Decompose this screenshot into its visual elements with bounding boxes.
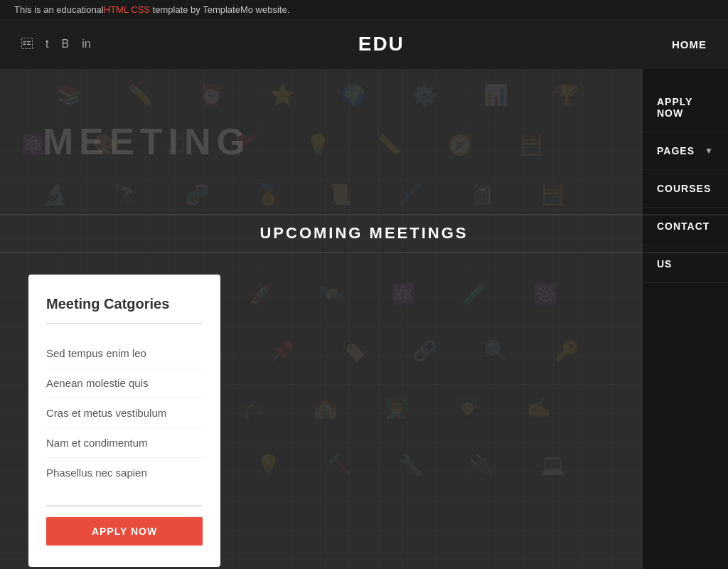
bottom-section: Meeting Catgories Sed tempus enim leo Ae… (0, 253, 728, 569)
social-icons-group:  t B in (21, 38, 91, 50)
sidebar-title: Meeting Catgories (46, 296, 203, 312)
hero-section: MEETING (0, 69, 728, 214)
sidebar-card: Meeting Catgories Sed tempus enim leo Ae… (28, 275, 220, 567)
upcoming-section: UPCOMING MEETINGS (0, 216, 728, 253)
topbar-suffix: template by TemplateMo website. (150, 4, 289, 15)
meeting-label: MEETING (43, 120, 251, 163)
sidebar-bottom-divider (46, 505, 203, 506)
upcoming-title: UPCOMING MEETINGS (259, 224, 468, 243)
behance-icon[interactable]: B (61, 38, 69, 50)
site-logo: EDU (358, 33, 405, 55)
top-bar: This is an educationalHTML CSS template … (0, 0, 728, 19)
sidebar-apply-button[interactable]: APPLY NOW (46, 517, 203, 546)
list-item[interactable]: Sed tempus enim leo (46, 339, 203, 368)
list-item[interactable]: Nam et condimentum (46, 428, 203, 458)
sidebar-category-list: Sed tempus enim leo Aenean molestie quis… (46, 339, 203, 487)
list-item[interactable]: Cras et metus vestibulum (46, 398, 203, 428)
main-content: 📚 ✏️ ⏰ ⭐ 🌍 ⚙️ 📊 🏆 ⚛️ 🎨 🎵 🚩 💡 📏 🧭 🧮 🔬 🔭 🧬… (0, 69, 728, 569)
list-item[interactable]: Aenean molestie quis (46, 368, 203, 398)
nav-home-link[interactable]: HOME (672, 38, 707, 50)
html-css-link[interactable]: HTML CSS (104, 4, 150, 15)
linkedin-icon[interactable]: in (82, 38, 90, 50)
list-item[interactable]: Phasellus nec sapien (46, 458, 203, 487)
twitter-icon[interactable]: t (46, 38, 48, 50)
sidebar-title-divider (46, 323, 203, 324)
top-bar-text: This is an educationalHTML CSS template … (14, 4, 289, 15)
topbar-prefix: This is an educational (14, 4, 104, 15)
header:  t B in EDU HOME (0, 19, 728, 69)
facebook-icon[interactable]:  (21, 38, 33, 50)
